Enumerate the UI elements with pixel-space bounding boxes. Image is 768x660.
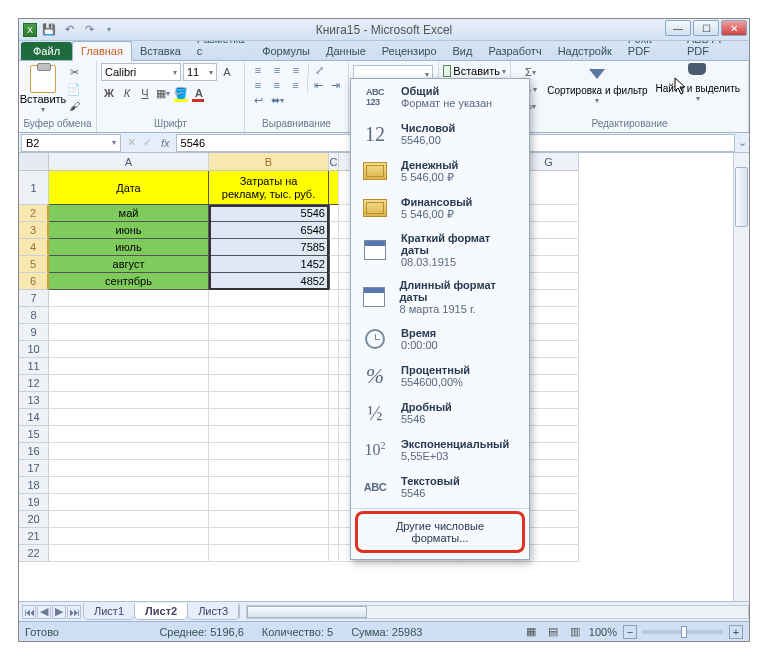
row-header-18[interactable]: 18 [19,477,49,494]
cell-A7[interactable] [49,290,209,307]
maximize-button[interactable]: ☐ [693,20,719,36]
tab-view[interactable]: Вид [445,42,481,60]
cell-C5[interactable] [329,256,339,273]
column-header-A[interactable]: A [49,153,209,171]
zoom-level[interactable]: 100% [589,626,617,638]
row-header-12[interactable]: 12 [19,375,49,392]
cell-C2[interactable] [329,205,339,222]
cell-B6[interactable]: 4852 [209,273,329,290]
cell-B17[interactable] [209,460,329,477]
cell-B10[interactable] [209,341,329,358]
row-header-3[interactable]: 3 [19,222,49,239]
tab-data[interactable]: Данные [318,42,374,60]
fx-icon[interactable]: fx [155,137,176,149]
tab-developer[interactable]: Разработч [480,42,549,60]
align-bot-icon[interactable]: ≡ [287,63,305,77]
bold-icon[interactable]: Ж [101,85,117,101]
cell-A8[interactable] [49,307,209,324]
cell-A16[interactable] [49,443,209,460]
fmt-general[interactable]: ABC123 ОбщийФормат не указан [351,79,529,116]
fmt-short-date[interactable]: Краткий формат даты08.03.1915 [351,227,529,274]
minimize-button[interactable]: — [665,20,691,36]
sheet-nav-first-icon[interactable]: ⏮ [22,605,36,619]
vertical-scrollbar[interactable] [733,153,749,601]
cell-A22[interactable] [49,545,209,562]
select-all-button[interactable] [19,153,49,171]
align-right-icon[interactable]: ≡ [287,78,305,92]
cell-A10[interactable] [49,341,209,358]
horizontal-scrollbar[interactable] [239,605,749,619]
paste-button[interactable]: Вставить ▾ [23,63,63,116]
row-header-14[interactable]: 14 [19,409,49,426]
align-center-icon[interactable]: ≡ [268,78,286,92]
cell-C20[interactable] [329,511,339,528]
fmt-accounting[interactable]: Финансовый5 546,00 ₽ [351,190,529,227]
cell-C9[interactable] [329,324,339,341]
sheet-nav-last-icon[interactable]: ⏭ [67,605,81,619]
accept-formula-icon[interactable]: ✓ [139,135,155,151]
cell-A19[interactable] [49,494,209,511]
cell-C7[interactable] [329,290,339,307]
cell-C22[interactable] [329,545,339,562]
cell-A2[interactable]: май [49,205,209,222]
tab-home[interactable]: Главная [72,41,132,61]
find-select-button[interactable]: Найти и выделить▾ [656,63,740,103]
row-header-11[interactable]: 11 [19,358,49,375]
fmt-currency[interactable]: Денежный5 546,00 ₽ [351,153,529,190]
row-header-10[interactable]: 10 [19,341,49,358]
cell-A13[interactable] [49,392,209,409]
cell-C15[interactable] [329,426,339,443]
row-header-17[interactable]: 17 [19,460,49,477]
fmt-scientific[interactable]: 102 Экспоненциальный5,55E+03 [351,432,529,469]
cell-B9[interactable] [209,324,329,341]
format-painter-icon[interactable]: 🖌 [66,98,82,114]
cell-B3[interactable]: 6548 [209,222,329,239]
fmt-text[interactable]: ABC Текстовый5546 [351,469,529,506]
cell-B13[interactable] [209,392,329,409]
row-header-6[interactable]: 6 [19,273,49,290]
row-header-8[interactable]: 8 [19,307,49,324]
fmt-number[interactable]: 12 Числовой5546,00 [351,116,529,153]
grow-font-icon[interactable]: A [219,64,235,80]
italic-icon[interactable]: К [119,85,135,101]
cell-B21[interactable] [209,528,329,545]
cell-C4[interactable] [329,239,339,256]
row-header-20[interactable]: 20 [19,511,49,528]
zoom-in-button[interactable]: + [729,625,743,639]
cell-C3[interactable] [329,222,339,239]
column-header-B[interactable]: B [209,153,329,171]
row-header-5[interactable]: 5 [19,256,49,273]
fmt-more-formats[interactable]: Другие числовые форматы... [358,514,522,550]
insert-cells-button[interactable]: Вставить▾ [443,65,506,77]
cell-B2[interactable]: 5546 [209,205,329,222]
font-color-icon[interactable]: A [191,85,207,101]
cell-B14[interactable] [209,409,329,426]
copy-icon[interactable]: 📄 [66,81,82,97]
cell-B20[interactable] [209,511,329,528]
underline-icon[interactable]: Ч [137,85,153,101]
cut-icon[interactable]: ✂ [66,64,82,80]
zoom-slider[interactable] [643,630,723,634]
cell-B19[interactable] [209,494,329,511]
view-normal-icon[interactable]: ▦ [523,624,539,640]
row-header-7[interactable]: 7 [19,290,49,307]
cell-B4[interactable]: 7585 [209,239,329,256]
sheet-tab-3[interactable]: Лист3 [187,603,239,620]
cell-C14[interactable] [329,409,339,426]
row-header-13[interactable]: 13 [19,392,49,409]
sort-filter-button[interactable]: Сортировка и фильтр▾ [547,63,647,105]
row-header-22[interactable]: 22 [19,545,49,562]
cell-C12[interactable] [329,375,339,392]
cell-A15[interactable] [49,426,209,443]
cancel-formula-icon[interactable]: ✕ [123,135,139,151]
row-header-19[interactable]: 19 [19,494,49,511]
cell-C13[interactable] [329,392,339,409]
cell-A18[interactable] [49,477,209,494]
cell-C1[interactable] [329,171,339,205]
merge-icon[interactable]: ⬌▾ [268,93,286,107]
row-header-15[interactable]: 15 [19,426,49,443]
fmt-percent[interactable]: % Процентный554600,00% [351,358,529,395]
cell-B18[interactable] [209,477,329,494]
cell-C10[interactable] [329,341,339,358]
sheet-nav-prev-icon[interactable]: ◀ [37,605,51,619]
